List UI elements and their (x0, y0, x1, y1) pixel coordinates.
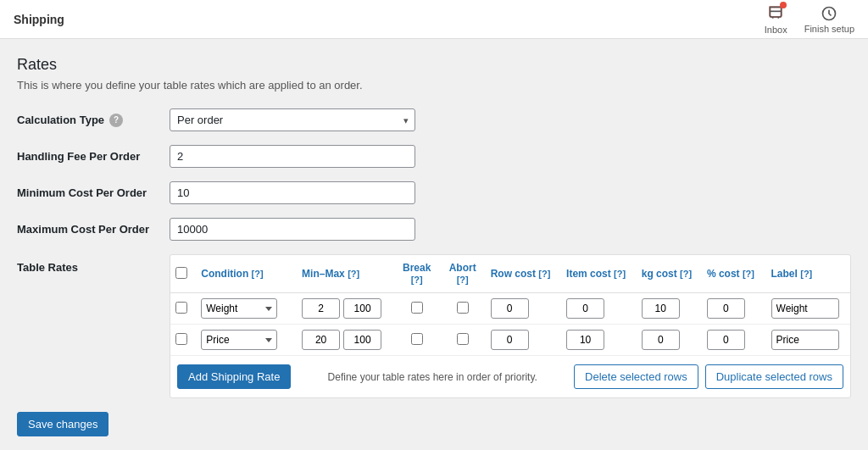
inbox-badge (780, 2, 787, 8)
section-title: Rates (17, 56, 851, 74)
item-cost-input-1[interactable] (566, 298, 604, 319)
select-all-checkbox[interactable] (175, 267, 187, 279)
handling-fee-input[interactable] (170, 145, 415, 168)
section-desc: This is where you define your table rate… (17, 79, 851, 92)
table-rates-label: Table Rates (17, 254, 170, 274)
rates-table: Condition [?] Min–Max [?] Break [?] Ab (170, 255, 850, 356)
min-cost-label: Minimum Cost Per Order (17, 186, 170, 199)
break-header: Break (403, 262, 431, 274)
kg-cost-help-icon[interactable]: [?] (680, 269, 692, 279)
add-shipping-rate-button[interactable]: Add Shipping Rate (177, 364, 291, 389)
max-input-2[interactable] (343, 330, 381, 350)
condition-header: Condition (201, 268, 248, 280)
topbar: Shipping Inbox Finish setup (0, 0, 868, 39)
kg-cost-header: kg cost (642, 268, 677, 280)
footer-actions: Delete selected rows Duplicate selected … (574, 364, 843, 389)
break-checkbox-2[interactable] (411, 333, 423, 345)
condition-help-icon[interactable]: [?] (252, 269, 264, 279)
max-cost-label: Maximum Cost Per Order (17, 223, 170, 236)
condition-select-1[interactable]: Weight Price Items Item weight (201, 298, 277, 319)
min-input-2[interactable] (302, 330, 340, 350)
max-cost-row: Maximum Cost Per Order (17, 218, 851, 241)
kg-cost-input-2[interactable] (642, 330, 680, 350)
label-input-2[interactable] (771, 330, 839, 350)
label-input-1[interactable] (771, 298, 839, 319)
table-footer: Add Shipping Rate Define your table rate… (170, 356, 850, 397)
abort-help-icon[interactable]: [?] (457, 275, 469, 285)
finish-setup-icon (821, 5, 837, 22)
finish-setup-label: Finish setup (804, 24, 854, 34)
row-checkbox-2[interactable] (175, 333, 187, 345)
min-cost-input[interactable] (170, 181, 415, 204)
table-row: Weight Price Items Item weight (170, 293, 850, 325)
pct-cost-help-icon[interactable]: [?] (743, 269, 754, 279)
max-input-1[interactable] (343, 298, 381, 319)
inbox-icon-wrap (767, 4, 784, 23)
min-cost-row: Minimum Cost Per Order (17, 181, 851, 204)
calculation-type-select-wrap: Per order Per item Per weight Per line i… (170, 108, 415, 131)
pct-cost-input-2[interactable] (707, 330, 745, 350)
table-rates-row: Table Rates Condition [?] Min–Max [?] (17, 254, 851, 398)
row-cost-help-icon[interactable]: [?] (538, 269, 550, 279)
minmax-header: Min–Max (302, 268, 345, 280)
break-help-icon[interactable]: [?] (411, 275, 423, 285)
topbar-actions: Inbox Finish setup (765, 4, 854, 35)
min-input-1[interactable] (302, 298, 340, 319)
save-changes-button[interactable]: Save changes (17, 412, 108, 436)
inbox-button[interactable]: Inbox (765, 4, 787, 35)
item-cost-header: Item cost (566, 268, 611, 280)
break-checkbox-1[interactable] (411, 302, 423, 314)
abort-checkbox-2[interactable] (457, 333, 469, 345)
calculation-type-row: Calculation Type ? Per order Per item Pe… (17, 108, 851, 131)
delete-selected-rows-button[interactable]: Delete selected rows (574, 364, 698, 389)
table-hint: Define your table rates here in order of… (328, 371, 537, 383)
calculation-type-label: Calculation Type ? (17, 114, 170, 127)
save-area: Save changes (17, 412, 851, 436)
condition-select-2[interactable]: Weight Price Items Item weight (201, 330, 277, 350)
handling-fee-row: Handling Fee Per Order (17, 145, 851, 168)
row-checkbox-1[interactable] (175, 302, 187, 314)
item-cost-help-icon[interactable]: [?] (614, 269, 626, 279)
duplicate-selected-rows-button[interactable]: Duplicate selected rows (705, 364, 843, 389)
minmax-help-icon[interactable]: [?] (348, 269, 359, 279)
table-rates-wrap: Condition [?] Min–Max [?] Break [?] Ab (170, 254, 851, 398)
abort-checkbox-1[interactable] (457, 302, 469, 314)
max-cost-input[interactable] (170, 218, 415, 241)
calculation-type-help-icon[interactable]: ? (109, 114, 123, 127)
row-cost-input-2[interactable] (491, 330, 529, 350)
topbar-title: Shipping (14, 13, 64, 26)
item-cost-input-2[interactable] (566, 330, 604, 350)
row-cost-input-1[interactable] (491, 298, 529, 319)
row-cost-header: Row cost (491, 268, 536, 280)
inbox-label: Inbox (765, 25, 787, 35)
main-page: Rates This is where you define your tabl… (0, 39, 868, 450)
label-help-icon[interactable]: [?] (800, 269, 812, 279)
label-header: Label (771, 268, 798, 280)
pct-cost-header: % cost (707, 268, 740, 280)
finish-setup-button[interactable]: Finish setup (804, 5, 854, 34)
abort-header: Abort (449, 262, 476, 274)
kg-cost-input-1[interactable] (642, 298, 680, 319)
calculation-type-select[interactable]: Per order Per item Per weight Per line i… (170, 108, 415, 131)
pct-cost-input-1[interactable] (707, 298, 745, 319)
handling-fee-label: Handling Fee Per Order (17, 150, 170, 163)
table-row: Weight Price Items Item weight (170, 325, 850, 356)
